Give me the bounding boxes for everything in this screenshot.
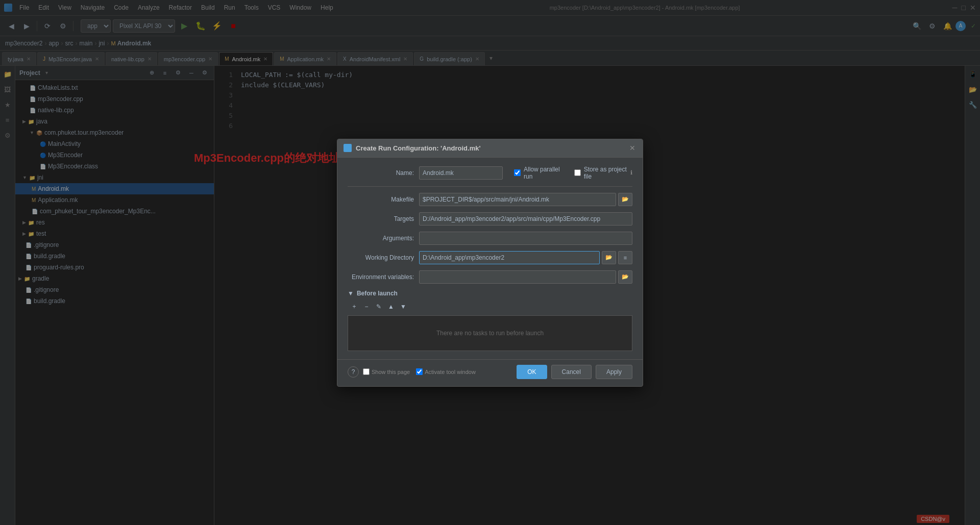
makefile-input[interactable] xyxy=(419,193,616,206)
name-label: Name: xyxy=(348,169,414,177)
bl-down-btn[interactable]: ▼ xyxy=(398,301,409,312)
makefile-label: Makefile xyxy=(348,196,414,203)
ok-btn[interactable]: OK xyxy=(517,365,547,379)
bl-remove-btn[interactable]: − xyxy=(361,301,372,312)
allow-parallel-label: Allow parallel run xyxy=(524,166,563,180)
makefile-input-area: 📂 xyxy=(419,193,632,206)
dialog-title-bar: Create Run Configuration: 'Android.mk' ✕ xyxy=(337,139,643,158)
name-row: Name: Allow parallel run Store as projec… xyxy=(348,166,632,180)
before-launch-toolbar: + − ✎ ▲ ▼ xyxy=(348,301,632,312)
run-config-dialog: Create Run Configuration: 'Android.mk' ✕… xyxy=(337,139,643,387)
apply-btn[interactable]: Apply xyxy=(596,365,632,379)
show-page-label: Show this page xyxy=(372,369,410,375)
targets-label: Targets xyxy=(348,215,414,222)
store-project-info-icon: ℹ xyxy=(630,169,632,176)
env-vars-label: Environment variables: xyxy=(348,273,414,281)
working-dir-label: Working Directory xyxy=(348,254,414,261)
before-launch-empty: There are no tasks to run before launch xyxy=(348,315,632,351)
before-launch-chevron: ▼ xyxy=(348,290,354,297)
working-dir-browse-btn[interactable]: 📂 xyxy=(602,251,616,264)
store-project-checkbox[interactable] xyxy=(574,169,581,176)
dialog-title: Create Run Configuration: 'Android.mk' xyxy=(344,144,481,152)
activate-tool-label: Activate tool window xyxy=(425,369,476,375)
before-launch-header[interactable]: ▼ Before launch xyxy=(348,290,632,297)
bl-add-btn[interactable]: + xyxy=(349,301,360,312)
arguments-row: Arguments: xyxy=(348,232,632,245)
allow-parallel-checkbox[interactable] xyxy=(514,169,521,176)
divider1 xyxy=(348,186,632,187)
before-launch-empty-text: There are no tasks to run before launch xyxy=(436,330,544,337)
name-input[interactable] xyxy=(419,166,503,180)
dialog-body: Name: Allow parallel run Store as projec… xyxy=(337,158,643,359)
arguments-input[interactable] xyxy=(419,232,632,245)
bl-up-btn[interactable]: ▲ xyxy=(385,301,397,312)
before-launch-label: Before launch xyxy=(357,290,398,297)
help-btn[interactable]: ? xyxy=(348,366,359,378)
env-vars-row: Environment variables: 📂 xyxy=(348,270,632,284)
store-project-label: Store as project file xyxy=(584,166,627,180)
env-vars-input[interactable] xyxy=(419,270,616,284)
dialog-title-text: Create Run Configuration: 'Android.mk' xyxy=(356,144,481,152)
dialog-icon xyxy=(344,144,352,152)
env-vars-input-area: 📂 xyxy=(419,270,632,284)
targets-row: Targets xyxy=(348,212,632,226)
dialog-footer: ? Show this page Activate tool window OK… xyxy=(337,359,643,386)
env-vars-browse-btn[interactable]: 📂 xyxy=(618,270,632,284)
footer-right: OK Cancel Apply xyxy=(517,365,632,379)
modal-backdrop: Create Run Configuration: 'Android.mk' ✕… xyxy=(0,0,980,525)
dialog-close-btn[interactable]: ✕ xyxy=(628,144,636,152)
working-dir-list-btn[interactable]: ≡ xyxy=(618,251,632,264)
working-dir-input-area: 📂 ≡ xyxy=(419,251,632,264)
working-dir-row: Working Directory 📂 ≡ xyxy=(348,251,632,264)
show-page-checkbox[interactable] xyxy=(363,368,370,375)
makefile-row: Makefile 📂 xyxy=(348,193,632,206)
footer-left: ? Show this page Activate tool window xyxy=(348,366,476,378)
working-dir-input[interactable] xyxy=(419,251,600,264)
before-launch-section: ▼ Before launch + − ✎ ▲ ▼ There are no t… xyxy=(348,290,632,351)
targets-input[interactable] xyxy=(419,212,632,226)
makefile-browse-btn[interactable]: 📂 xyxy=(618,193,632,206)
footer-checkboxes: Show this page Activate tool window xyxy=(363,368,476,375)
arguments-label: Arguments: xyxy=(348,235,414,242)
cancel-btn[interactable]: Cancel xyxy=(551,365,592,379)
activate-tool-checkbox[interactable] xyxy=(416,368,423,375)
bl-edit-btn[interactable]: ✎ xyxy=(373,301,384,312)
